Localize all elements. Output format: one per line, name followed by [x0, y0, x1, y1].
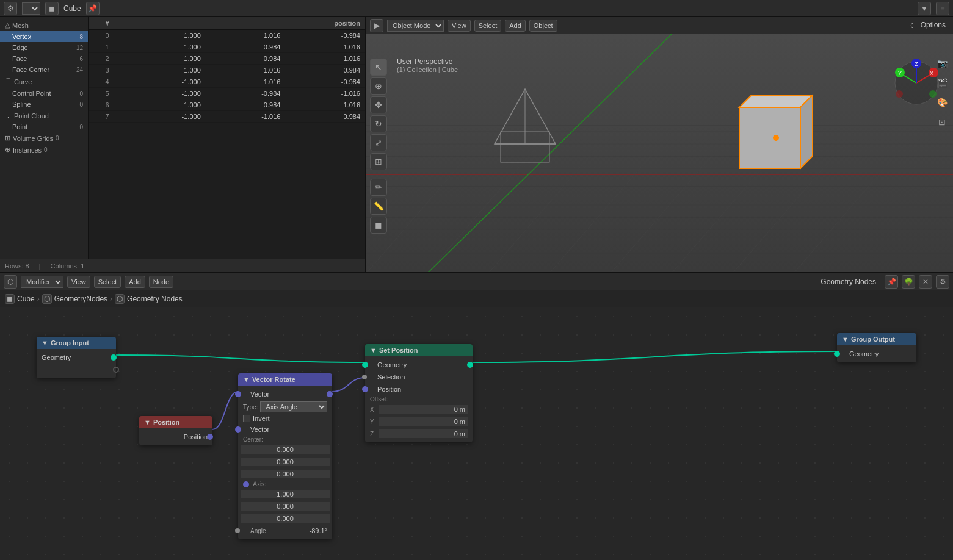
node-vr-center-x-input[interactable]	[241, 445, 330, 454]
bc-geo-nodes2[interactable]: Geometry Nodes	[127, 295, 183, 303]
sidebar-item-vertex[interactable]: Vertex 8	[0, 31, 88, 42]
viewport-icon[interactable]: ▶	[370, 19, 383, 32]
node-group-input[interactable]: ▼ Group Input Geometry	[37, 337, 116, 378]
sidebar-section-volume[interactable]: ⊞ Volume Grids 0	[0, 132, 88, 144]
node-vr-axis-x	[238, 488, 332, 500]
node-sp-x-input[interactable]	[379, 405, 468, 414]
sidebar-section-instances[interactable]: ⊕ Instances 0	[0, 144, 88, 156]
measure-tool[interactable]: 📏	[370, 198, 387, 215]
modifier-select[interactable]: Modifier	[21, 276, 63, 288]
render-btn[interactable]: 🎬	[933, 74, 951, 92]
node-vr-axis-y-input[interactable]	[241, 502, 330, 511]
add-cube-tool[interactable]: ◼	[370, 217, 387, 234]
table-row: 3 1.000 -1.016 0.984	[89, 65, 365, 76]
node-set-position[interactable]: ▼ Set Position Geometry	[365, 344, 473, 442]
transform-tool[interactable]: ⊞	[370, 153, 387, 170]
node-vr-angle-label: Angle	[243, 528, 266, 534]
node-node-menu[interactable]: Node	[149, 276, 173, 288]
object-menu[interactable]: Object	[529, 20, 557, 32]
spreadsheet-icon[interactable]: ≡	[936, 2, 949, 15]
node-select-menu[interactable]: Select	[94, 276, 121, 288]
node-vr-center-z-input[interactable]	[241, 470, 330, 478]
viewport-mode-select[interactable]: Object Mode Edit Mode	[387, 20, 444, 32]
row-y: 1.016	[206, 30, 286, 41]
sidebar-item-edge[interactable]: Edge 12	[0, 42, 88, 53]
node-position[interactable]: ▼ Position Position	[139, 416, 212, 445]
sidebar-item-face-corner[interactable]: Face Corner 24	[0, 64, 88, 75]
node-vr-axis-x-input[interactable]	[241, 490, 330, 498]
sidebar-item-control-point[interactable]: Control Point 0	[0, 88, 88, 99]
row-x: -1.000	[126, 111, 206, 123]
node-pos-title: Position	[153, 418, 179, 426]
view-menu[interactable]: View	[448, 20, 471, 32]
add-menu[interactable]: Add	[505, 20, 526, 32]
node-gi-geometry-socket	[111, 354, 117, 361]
node-go-geometry-row: Geometry	[837, 348, 916, 360]
node-vr-invert-checkbox[interactable]	[243, 415, 250, 422]
node-editor[interactable]: ⬡ Modifier View Select Add Node Geometry…	[0, 273, 953, 560]
sidebar-item-point[interactable]: Point 0	[0, 121, 88, 132]
data-table: # position 0 1.000 1.016 -0.984 1 1.000 …	[89, 17, 365, 123]
node-vr-invert-row: Invert	[238, 414, 332, 423]
bc-cube[interactable]: Cube	[17, 295, 35, 303]
node-canvas[interactable]: ▼ Group Input Geometry	[0, 307, 953, 560]
node-vr-center-y-input[interactable]	[241, 458, 330, 466]
move-tool[interactable]: ✥	[370, 96, 387, 113]
node-vector-rotate[interactable]: ▼ Vector Rotate Vector Type:	[238, 373, 332, 539]
bc-geo-nodes[interactable]: GeometryNodes	[54, 295, 107, 303]
node-add-menu[interactable]: Add	[125, 276, 145, 288]
node-view-menu[interactable]: View	[67, 276, 90, 288]
node-settings-icon[interactable]: ⚙	[936, 275, 949, 289]
node-sp-y-input[interactable]	[379, 417, 468, 426]
3d-viewport[interactable]: ▶ Object Mode Edit Mode View Select Add …	[366, 17, 953, 272]
sep: |	[39, 262, 41, 270]
camera-view-btn[interactable]: 📷	[933, 55, 951, 72]
sidebar-item-spline[interactable]: Spline 0	[0, 99, 88, 110]
blender-menu-icon[interactable]: ⚙	[4, 2, 17, 15]
select-menu[interactable]: Select	[474, 20, 502, 32]
cursor-tool[interactable]: ⊕	[370, 77, 387, 95]
node-editor-icon[interactable]: ⬡	[4, 275, 17, 289]
svg-point-41	[896, 90, 903, 98]
point-count: 0	[79, 124, 83, 131]
node-vr-axis-z-input[interactable]	[241, 514, 330, 523]
mode-selector[interactable]: Evaluated	[22, 2, 40, 15]
select-tool[interactable]: ↖	[370, 59, 387, 76]
node-sp-collapse-icon[interactable]: ▼	[370, 346, 377, 354]
geometry-nodes-label: Geometry Nodes	[816, 278, 881, 286]
sidebar-section-curve[interactable]: ⌒ Curve	[0, 75, 88, 88]
sidebar-item-face[interactable]: Face 6	[0, 53, 88, 64]
node-go-title: Group Output	[851, 336, 895, 343]
material-btn[interactable]: 🎨	[933, 94, 951, 111]
scale-tool[interactable]: ⤢	[370, 134, 387, 151]
node-go-collapse-icon[interactable]: ▼	[842, 336, 849, 343]
right-overlay-tools: 📷 🎬 🎨 ⊡	[931, 51, 953, 272]
row-z: 1.016	[285, 99, 365, 111]
bc-sep1: ›	[37, 295, 40, 303]
node-pin-icon[interactable]: 📌	[885, 275, 898, 289]
node-pos-collapse-icon[interactable]: ▼	[144, 418, 151, 426]
options-button[interactable]: Options	[913, 17, 953, 33]
node-sp-selection-socket	[362, 375, 367, 379]
node-gi-collapse-icon[interactable]: ▼	[42, 339, 48, 346]
instances-icon: ⊕	[5, 146, 10, 154]
sidebar-section-pointcloud[interactable]: ⋮ Point Cloud	[0, 110, 88, 121]
overlay-btn[interactable]: ⊡	[933, 113, 951, 131]
spline-count: 0	[79, 101, 83, 108]
node-vr-type-select[interactable]: Axis Angle Euler XYZ	[260, 401, 327, 412]
rotate-tool[interactable]: ↻	[370, 115, 387, 132]
node-group-output[interactable]: ▼ Group Output Geometry	[837, 333, 916, 362]
sidebar-section-mesh[interactable]: △ Mesh	[0, 20, 88, 31]
filter-icon[interactable]: ▼	[918, 2, 931, 15]
row-y: -1.016	[206, 111, 286, 123]
node-tree-icon[interactable]: 🌳	[902, 275, 915, 289]
node-vr-vector-out-socket	[327, 391, 333, 397]
node-gi-extra-row	[37, 364, 116, 376]
row-y: -1.016	[206, 65, 286, 76]
node-vr-collapse-icon[interactable]: ▼	[243, 376, 250, 383]
node-breadcrumb: ◼ Cube › ⬡ GeometryNodes › ⬡ Geometry No…	[0, 290, 953, 307]
node-sp-z-input[interactable]	[379, 429, 468, 438]
annotate-tool[interactable]: ✏	[370, 179, 387, 196]
pin-icon[interactable]: 📌	[86, 2, 100, 15]
node-close-icon[interactable]: ✕	[919, 275, 932, 289]
